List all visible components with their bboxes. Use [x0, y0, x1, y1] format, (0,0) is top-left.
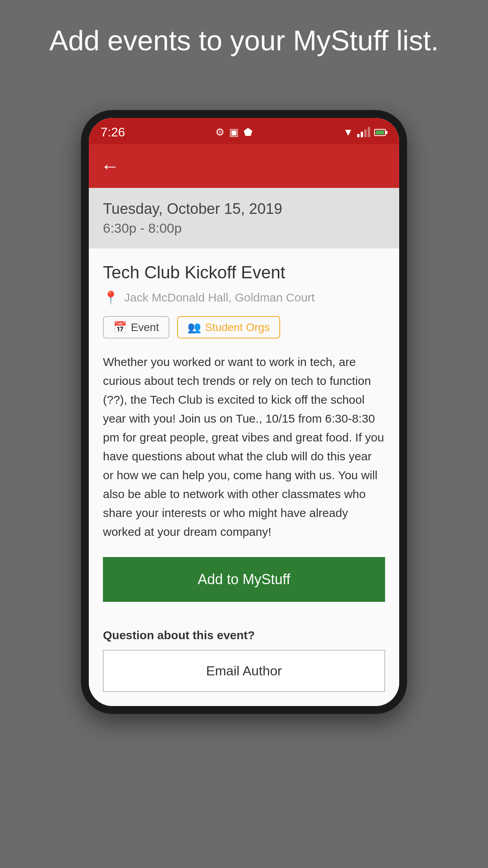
tags-row: 📅 Event 👥 Student Orgs: [103, 316, 385, 338]
back-button[interactable]: ←: [101, 155, 119, 177]
add-mystuff-button[interactable]: Add to MyStuff: [103, 557, 385, 602]
sim-icon: ▣: [229, 126, 239, 138]
location-text: Jack McDonald Hall, Goldman Court: [124, 291, 315, 304]
phone-screen: 7:26 ⚙ ▣ ⬟ ▼: [89, 118, 399, 706]
battery-icon: [374, 129, 387, 136]
status-right-icons: ▼: [343, 126, 387, 138]
event-description: Whether you worked or want to work in te…: [103, 353, 385, 541]
date-section: Tuesday, October 15, 2019 6:30p - 8:00p: [89, 188, 399, 248]
app-bar: ←: [89, 144, 399, 188]
event-time: 6:30p - 8:00p: [103, 221, 385, 236]
tag-event-label: Event: [131, 321, 159, 334]
wifi-icon: ▼: [343, 126, 353, 138]
event-title: Tech Club Kickoff Event: [103, 263, 385, 282]
gear-icon: ⚙: [215, 126, 224, 138]
content-area: Tech Club Kickoff Event 📍 Jack McDonald …: [89, 248, 399, 629]
status-left-icons: ⚙ ▣ ⬟: [215, 126, 253, 138]
email-author-button[interactable]: Email Author: [103, 650, 385, 692]
status-time: 7:26: [101, 125, 125, 140]
location-icon: 📍: [103, 290, 119, 305]
question-label: Question about this event?: [103, 629, 385, 642]
signal-icon: [357, 128, 370, 137]
phone-mockup: 7:26 ⚙ ▣ ⬟ ▼: [81, 110, 407, 714]
tag-student-orgs[interactable]: 👥 Student Orgs: [177, 316, 280, 338]
event-date: Tuesday, October 15, 2019: [103, 200, 385, 217]
shield-icon: ⬟: [244, 126, 253, 138]
status-bar: 7:26 ⚙ ▣ ⬟ ▼: [89, 118, 399, 144]
page-title: Add events to your MyStuff list.: [0, 0, 488, 73]
question-section: Question about this event? Email Author: [89, 629, 399, 706]
tag-event[interactable]: 📅 Event: [103, 316, 169, 338]
tag-student-orgs-label: Student Orgs: [205, 321, 270, 334]
event-location: 📍 Jack McDonald Hall, Goldman Court: [103, 290, 385, 305]
group-icon: 👥: [187, 321, 201, 334]
calendar-icon: 📅: [113, 321, 127, 334]
